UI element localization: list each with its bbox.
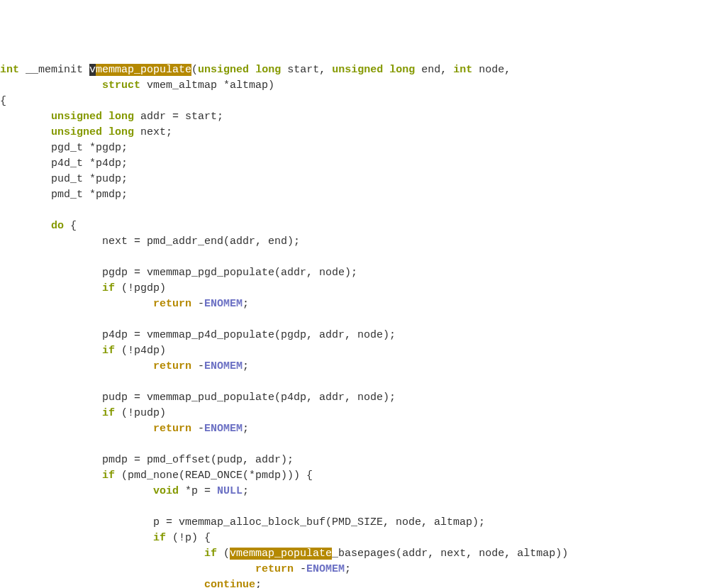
code-line: pgdp = vmemmap_pgd_populate(addr, node);: [0, 267, 357, 279]
code-line: return -ENOMEM;: [0, 298, 249, 310]
code-line: struct vmem_altmap *altmap): [0, 79, 274, 91]
code-line: unsigned long next;: [0, 126, 172, 138]
code-line: if (!p) {: [0, 532, 211, 544]
code-line: if (!pudp): [0, 407, 166, 419]
code-line: if (vmemmap_populate_basepages(addr, nex…: [0, 548, 568, 560]
search-highlight: memmap_populate: [96, 64, 191, 76]
code-line: return -ENOMEM;: [0, 423, 249, 435]
code-line: do {: [0, 220, 77, 232]
code-editor[interactable]: int __meminit vmemmap_populate(unsigned …: [0, 62, 702, 588]
cursor-highlight: v: [89, 64, 96, 76]
keyword-return: return: [153, 298, 191, 310]
code-line: pudp = vmemmap_pud_populate(p4dp, addr, …: [0, 392, 396, 404]
keyword-struct: struct: [102, 79, 140, 91]
code-line: continue;: [0, 579, 262, 588]
code-line: void *p = NULL;: [0, 485, 249, 497]
code-line: p = vmemmap_alloc_block_buf(PMD_SIZE, no…: [0, 516, 485, 528]
code-line: if (!p4dp): [0, 345, 166, 357]
code-line: unsigned long addr = start;: [0, 111, 223, 123]
code-line: if (pmd_none(READ_ONCE(*pmdp))) {: [0, 470, 313, 482]
code-line: if (!pgdp): [0, 282, 166, 294]
keyword-unsigned: unsigned: [198, 64, 249, 76]
keyword-continue: continue: [204, 579, 255, 588]
keyword-if: if: [102, 282, 115, 294]
code-line: pgd_t *pgdp;: [0, 142, 128, 154]
code-line: {: [0, 95, 6, 107]
keyword-long: long: [255, 64, 281, 76]
code-line: pud_t *pudp;: [0, 173, 128, 185]
code-line: return -ENOMEM;: [0, 563, 351, 575]
constant-enomem: ENOMEM: [204, 298, 243, 310]
code-line: p4dp = vmemmap_p4d_populate(pgdp, addr, …: [0, 329, 396, 341]
code-line: pmdp = pmd_offset(pudp, addr);: [0, 454, 294, 466]
search-highlight: vmemmap_populate: [230, 548, 332, 560]
code-line: next = pmd_addr_end(addr, end);: [0, 235, 300, 248]
keyword-do: do: [51, 220, 64, 232]
constant-null: NULL: [217, 485, 243, 497]
keyword-int: int: [0, 64, 19, 76]
code-line: return -ENOMEM;: [0, 360, 249, 372]
code-line: int __meminit vmemmap_populate(unsigned …: [0, 64, 511, 76]
keyword-void: void: [153, 485, 179, 497]
code-line: pmd_t *pmdp;: [0, 189, 128, 201]
code-line: p4d_t *p4dp;: [0, 157, 128, 170]
